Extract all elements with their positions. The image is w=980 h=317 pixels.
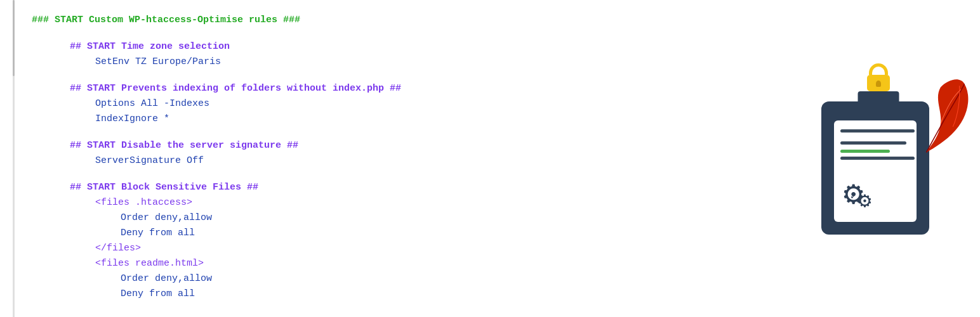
code-text-10: ServerSignature Off — [95, 155, 204, 166]
code-line-5: ## START Prevents indexing of folders wi… — [32, 81, 752, 96]
paper-line-2 — [840, 141, 906, 145]
code-text-15: Deny from all — [121, 228, 195, 238]
gear-area: ⚙ ✓ ⚙ — [844, 179, 871, 212]
blank-line-4 — [32, 70, 752, 81]
clipboard-clip — [858, 91, 899, 104]
code-line-12: ## START Block Sensitive Files ## — [32, 180, 752, 195]
clipboard-paper: ⚙ ✓ ⚙ — [834, 120, 917, 222]
clipboard-body: ⚙ ✓ ⚙ — [821, 101, 929, 235]
code-text-3: SetEnv TZ Europe/Paris — [95, 56, 221, 67]
code-text-2: ## START Time zone selection — [70, 41, 230, 52]
code-panel: ### START Custom WP-htaccess-Optimise ru… — [0, 0, 777, 317]
code-line-7: IndexIgnore * — [32, 112, 752, 127]
clipboard-illustration: ⚙ ✓ ⚙ — [815, 82, 942, 235]
code-line-14: Order deny,allow — [32, 210, 752, 226]
code-line-2: ## START Time zone selection — [32, 39, 752, 55]
code-text-18: Order deny,allow — [121, 273, 212, 284]
code-line-3: SetEnv TZ Europe/Paris — [32, 55, 752, 70]
code-text-19: Deny from all — [121, 288, 195, 299]
code-text-5: ## START Prevents indexing of folders wi… — [70, 83, 401, 94]
scroll-thumb — [13, 0, 15, 76]
code-line-18: Order deny,allow — [32, 271, 752, 287]
paper-line-1 — [840, 129, 915, 133]
code-text-16: </files> — [95, 243, 141, 254]
code-line-15: Deny from all — [32, 226, 752, 241]
code-line-16: </files> — [32, 241, 752, 256]
code-line-6: Options All -Indexes — [32, 96, 752, 112]
blank-line-8 — [32, 127, 752, 138]
code-text-9: ## START Disable the server signature ## — [70, 140, 298, 151]
code-text-17: <files readme.html> — [95, 258, 204, 269]
check-mark-icon: ✓ — [851, 190, 857, 202]
code-line-9: ## START Disable the server signature ## — [32, 138, 752, 153]
blank-line-1 — [32, 28, 752, 39]
code-text-13: <files .htaccess> — [95, 197, 192, 208]
code-line-10: ServerSignature Off — [32, 153, 752, 169]
code-text-7: IndexIgnore * — [95, 113, 169, 124]
code-line-17: <files readme.html> — [32, 256, 752, 271]
code-text-14: Order deny,allow — [121, 212, 212, 223]
paper-line-3 — [840, 150, 890, 153]
gear-large: ⚙ ✓ — [844, 179, 863, 212]
paper-line-4 — [840, 157, 915, 160]
code-text-6: Options All -Indexes — [95, 98, 209, 109]
blank-line-11 — [32, 169, 752, 180]
code-text-12: ## START Block Sensitive Files ## — [70, 182, 258, 193]
code-line-19: Deny from all — [32, 287, 752, 302]
code-content: ### START Custom WP-htaccess-Optimise ru… — [32, 13, 752, 302]
code-line-13: <files .htaccess> — [32, 195, 752, 210]
feather-icon — [910, 72, 975, 166]
lock-icon — [867, 63, 890, 91]
code-line-0: ### START Custom WP-htaccess-Optimise ru… — [32, 13, 752, 28]
code-text-0: ### START Custom WP-htaccess-Optimise ru… — [32, 15, 300, 25]
scrollbar[interactable] — [13, 0, 15, 317]
illustration-panel: ⚙ ✓ ⚙ — [777, 0, 980, 317]
